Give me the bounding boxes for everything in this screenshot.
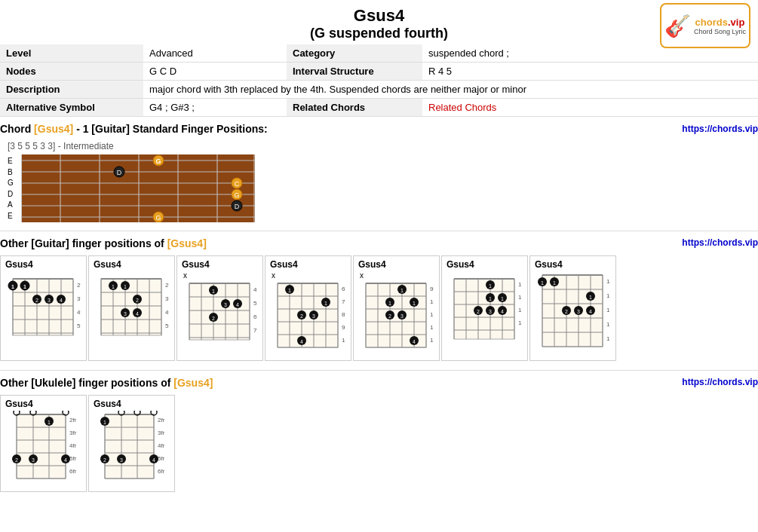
svg-text:4: 4 (413, 339, 416, 344)
svg-text:16fr: 16fr (606, 307, 610, 313)
svg-text:1: 1 (48, 420, 51, 425)
svg-text:5fr: 5fr (77, 323, 81, 329)
uke-pos-card-2[interactable]: Gsus4 2fr 3fr 4fr 5fr 6fr 1 (88, 395, 175, 492)
other-ukulele-url[interactable]: https://chords.vip (682, 377, 758, 389)
guitar-pos-card-2[interactable]: Gsus4 2fr 3fr 4fr 5fr 1 1 2 (88, 255, 175, 361)
svg-text:3: 3 (489, 309, 492, 314)
svg-text:4: 4 (589, 309, 592, 314)
svg-text:5fr: 5fr (253, 300, 257, 307)
site-logo[interactable]: 🎸 chords.vip Chord Song Lyric (660, 3, 750, 48)
svg-text:4fr: 4fr (77, 309, 81, 316)
svg-text:4: 4 (152, 457, 155, 463)
guitar-pos-title-1: Gsus4 (5, 259, 81, 270)
guitar-pos-diagram-5: 9fr 10fr 11fr 12fr 13fr 1 1 1 2 3 4 (358, 280, 434, 355)
string-label-a: A (8, 200, 18, 209)
chord-section-url[interactable]: https://chords.vip (682, 124, 758, 134)
svg-text:3: 3 (224, 302, 227, 307)
svg-text:4: 4 (136, 311, 139, 316)
other-guitar-url[interactable]: https://chords.vip (682, 237, 758, 249)
description-value: major chord with 3th replaced by the 4th… (143, 81, 758, 99)
string-label-e1: E (8, 157, 18, 165)
svg-text:7fr: 7fr (342, 298, 345, 305)
svg-text:9fr: 9fr (342, 324, 345, 331)
guitar-pos-title-7: Gsus4 (535, 259, 611, 270)
svg-rect-102 (278, 283, 338, 347)
svg-text:5fr: 5fr (165, 323, 169, 329)
svg-text:2fr: 2fr (158, 417, 165, 423)
string-label-e2: E (8, 212, 18, 220)
svg-text:G: G (234, 191, 239, 199)
other-guitar-chord-ref[interactable]: [Gsus4] (167, 237, 207, 249)
svg-text:15fr: 15fr (606, 292, 610, 299)
svg-text:4: 4 (300, 339, 303, 344)
svg-text:14fr: 14fr (606, 278, 610, 285)
guitar-pos-card-6[interactable]: Gsus4 11fr 12fr 13fr 14fr 1 1 1 (441, 255, 528, 361)
svg-text:1: 1 (553, 280, 556, 286)
svg-text:4: 4 (64, 457, 67, 463)
svg-text:10fr: 10fr (430, 298, 434, 305)
svg-text:3fr: 3fr (69, 430, 77, 436)
main-fretboard-container: G D C G D G (21, 154, 255, 225)
svg-text:1: 1 (103, 420, 106, 425)
svg-text:11fr: 11fr (518, 281, 522, 288)
uke-pos-title-2: Gsus4 (94, 399, 170, 409)
svg-text:4fr: 4fr (165, 309, 169, 316)
svg-text:2fr: 2fr (69, 417, 77, 423)
svg-rect-78 (189, 283, 250, 340)
guitar-pos-card-4[interactable]: Gsus4 x 6fr 7fr 8fr 9fr 10fr 1 (265, 255, 351, 361)
guitar-pos-card-3[interactable]: Gsus4 x 4fr 5fr 6fr 7fr 1 3 4 (176, 255, 263, 361)
svg-text:11fr: 11fr (430, 311, 434, 318)
svg-text:1: 1 (388, 301, 391, 306)
category-label: Category (287, 44, 422, 63)
svg-text:4fr: 4fr (253, 286, 257, 293)
svg-text:1: 1 (489, 296, 492, 301)
ukulele-positions-row: Gsus4 2fr 3fr 4fr 5fr 6fr 2 (0, 392, 758, 495)
logo-subtitle: Chord Song Lyric (694, 28, 746, 35)
svg-text:7fr: 7fr (253, 327, 257, 334)
related-chords-link[interactable]: Related Chords (428, 102, 496, 113)
svg-text:1: 1 (11, 284, 14, 289)
guitar-pos-card-1[interactable]: Gsus4 2fr 3fr 4fr 5fr 1 1 (0, 255, 87, 361)
uke-pos-diagram-1: 2fr 3fr 4fr 5fr 6fr 2 3 1 4 (5, 411, 81, 486)
uke-pos-card-1[interactable]: Gsus4 2fr 3fr 4fr 5fr 6fr 2 (0, 395, 87, 492)
svg-text:3fr: 3fr (77, 295, 81, 302)
svg-text:2: 2 (103, 457, 106, 463)
alt-symbol-label: Alternative Symbol (0, 99, 143, 117)
guitar-pos-title-4: Gsus4 (270, 259, 346, 270)
other-guitar-prefix: Other [Guitar] finger positions of (0, 237, 164, 249)
alt-symbol-value: G4 ; G#3 ; (143, 99, 287, 117)
x-mark-5: x (358, 271, 434, 280)
svg-text:3: 3 (400, 313, 404, 319)
svg-text:2: 2 (477, 309, 480, 314)
svg-text:8fr: 8fr (342, 311, 345, 318)
svg-text:2fr: 2fr (77, 282, 81, 289)
svg-text:9fr: 9fr (430, 286, 434, 292)
svg-text:1: 1 (413, 301, 416, 306)
svg-text:4fr: 4fr (158, 442, 165, 449)
guitar-pos-diagram-6: 11fr 12fr 13fr 14fr 1 1 1 2 3 4 (447, 271, 522, 347)
related-label: Related Chords (287, 99, 422, 117)
other-ukulele-chord-ref[interactable]: [Gsus4] (173, 377, 213, 389)
svg-text:2fr: 2fr (165, 282, 169, 289)
svg-text:12fr: 12fr (518, 294, 522, 301)
chord-section-header: Chord [Gsus4] - 1 [Guitar] Standard Fing… (0, 117, 758, 138)
guitar-pos-card-7[interactable]: Gsus4 14fr 15fr 16fr 17fr 18fr 1 1 (529, 255, 616, 361)
x-mark-4: x (270, 271, 346, 280)
chord-ref-main[interactable]: [Gsus4] (34, 123, 73, 135)
uke-pos-title-1: Gsus4 (5, 399, 81, 409)
svg-text:2: 2 (212, 316, 215, 321)
svg-text:12fr: 12fr (430, 324, 434, 331)
svg-text:4: 4 (501, 309, 504, 314)
string-label-d: D (8, 190, 18, 198)
guitar-pos-card-5[interactable]: Gsus4 x 9fr 10fr 11fr 12fr 13fr 1 (353, 255, 440, 361)
svg-text:1: 1 (288, 288, 291, 293)
svg-text:6fr: 6fr (158, 468, 165, 475)
svg-text:5fr: 5fr (158, 455, 165, 462)
logo-chords-label: chords (695, 17, 728, 28)
svg-text:3: 3 (312, 313, 315, 319)
svg-rect-218 (17, 414, 66, 478)
related-value[interactable]: Related Chords (422, 99, 758, 117)
guitar-pos-title-2: Gsus4 (94, 259, 170, 270)
uke-pos-diagram-2: 2fr 3fr 4fr 5fr 6fr 1 2 3 4 (94, 411, 169, 486)
svg-text:3: 3 (32, 457, 35, 463)
